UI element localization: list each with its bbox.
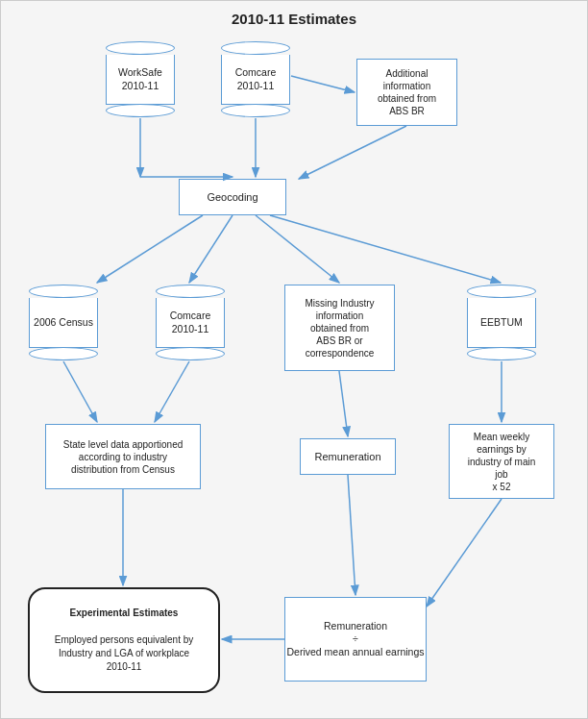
- svg-line-4: [291, 76, 355, 92]
- svg-line-16: [427, 499, 502, 607]
- worksafe-label: WorkSafe2010-11: [106, 55, 175, 105]
- geocoding-label: Geocoding: [207, 190, 257, 204]
- mean-weekly-label: Mean weeklyearnings byindustry of mainjo…: [468, 431, 536, 493]
- remuneration-mid-label: Remuneration: [314, 450, 380, 463]
- svg-line-6: [189, 215, 233, 283]
- eebtum-label: EEBTUM: [467, 298, 536, 348]
- comcare-mid-cylinder: Comcare2010-11: [155, 285, 226, 360]
- abs-br-box: Additionalinformationobtained fromABS BR: [356, 59, 457, 126]
- experimental-label: Experimental EstimatesEmployed persons e…: [55, 607, 194, 674]
- svg-line-11: [155, 361, 189, 422]
- remuneration-mid-box: Remuneration: [300, 438, 396, 475]
- missing-industry-label: Missing Industryinformationobtained from…: [305, 297, 374, 360]
- worksafe-cylinder: WorkSafe2010-11: [105, 41, 176, 117]
- census-label: 2006 Census: [29, 298, 98, 348]
- geocoding-box: Geocoding: [179, 179, 286, 215]
- svg-line-5: [299, 126, 406, 179]
- svg-line-8: [97, 215, 203, 283]
- abs-br-label: Additionalinformationobtained fromABS BR: [378, 67, 436, 117]
- comcare-mid-label: Comcare2010-11: [156, 298, 225, 348]
- remuneration-bottom-box: Remuneration÷Derived mean annual earning…: [284, 597, 427, 682]
- experimental-box: Experimental EstimatesEmployed persons e…: [28, 587, 220, 693]
- state-level-label: State level data apportionedaccording to…: [63, 438, 184, 476]
- page-title: 2010-11 Estimates: [1, 11, 587, 27]
- svg-line-12: [339, 371, 348, 436]
- diagram: 2010-11 Estimates WorkSafe2010-11 Comcar…: [0, 0, 588, 719]
- mean-weekly-box: Mean weeklyearnings byindustry of mainjo…: [449, 424, 554, 499]
- eebtum-cylinder: EEBTUM: [466, 285, 537, 360]
- missing-industry-box: Missing Industryinformationobtained from…: [284, 285, 395, 371]
- comcare-top-cylinder: Comcare2010-11: [220, 41, 291, 117]
- svg-line-10: [63, 361, 97, 422]
- svg-line-15: [348, 475, 355, 595]
- svg-line-7: [256, 215, 339, 283]
- comcare-top-label: Comcare2010-11: [221, 55, 290, 105]
- svg-line-9: [270, 215, 501, 283]
- state-level-box: State level data apportionedaccording to…: [45, 424, 201, 489]
- remuneration-bottom-label: Remuneration÷Derived mean annual earning…: [286, 620, 424, 659]
- census-cylinder: 2006 Census: [28, 285, 99, 360]
